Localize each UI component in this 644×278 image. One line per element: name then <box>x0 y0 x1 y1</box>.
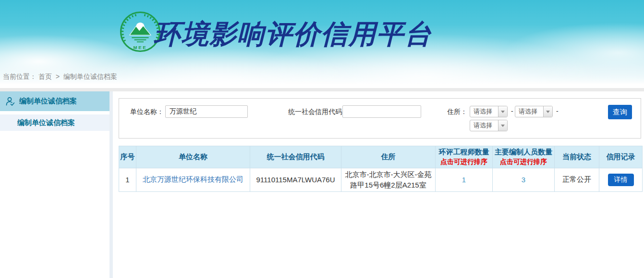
company-name-input[interactable] <box>165 105 248 118</box>
page: MEE 环境影响评价信用平台 当前位置：首页 > 编制单位诚信档案 编制单位诚信… <box>0 0 644 278</box>
sidebar-subitem-label: 编制单位诚信档案 <box>17 118 75 127</box>
detail-button[interactable]: 详情 <box>608 174 634 186</box>
credit-code-value: 91110115MA7LWUA76U <box>250 168 341 192</box>
district-select[interactable]: 请选择 <box>470 120 508 131</box>
col-company: 单位名称 <box>136 146 250 168</box>
logo-text: MEE <box>134 45 147 50</box>
credit-code-input[interactable] <box>342 105 421 118</box>
sidebar: 编制单位诚信档案 编制单位诚信档案 <box>0 91 109 131</box>
sort-hint: 点击可进行排序 <box>436 158 492 166</box>
breadcrumb: 当前位置：首页 > 编制单位诚信档案 <box>3 73 119 81</box>
col-credit-record: 信用记录 <box>599 146 643 168</box>
province-select[interactable]: 请选择 <box>470 106 508 117</box>
credit-code-label: 统一社会信用代码： <box>288 105 349 118</box>
staff-count-link[interactable]: 3 <box>522 176 525 184</box>
col-engineer-count-sort[interactable]: 环评工程师数量 点击可进行排序 <box>436 146 493 168</box>
site-header: MEE 环境影响评价信用平台 当前位置：首页 > 编制单位诚信档案 <box>0 0 644 88</box>
breadcrumb-current: 编制单位诚信档案 <box>63 73 117 80</box>
sidebar-divider <box>109 91 113 278</box>
region-separator: - <box>511 107 513 115</box>
province-select-value: 请选择 <box>470 106 498 117</box>
sidebar-item-credit-archive[interactable]: 编制单位诚信档案 <box>0 91 109 111</box>
district-select-value: 请选择 <box>470 120 498 131</box>
breadcrumb-separator: > <box>56 73 60 80</box>
chevron-down-icon[interactable] <box>498 106 507 117</box>
row-index: 1 <box>119 168 136 192</box>
sidebar-subitem-credit-archive[interactable]: 编制单位诚信档案 <box>0 114 109 131</box>
status-value: 正常公开 <box>555 168 599 192</box>
col-staff-count-label: 主要编制人员数量 <box>493 148 554 157</box>
engineer-count-link[interactable]: 1 <box>462 176 466 184</box>
company-link[interactable]: 北京万源世纪环保科技有限公司 <box>143 175 243 183</box>
table-header-row: 序号 单位名称 统一社会信用代码 住所 环评工程师数量 点击可进行排序 主要编制… <box>119 146 643 168</box>
water-lines-icon <box>132 38 148 42</box>
breadcrumb-home[interactable]: 首页 <box>38 73 52 80</box>
breadcrumb-prefix: 当前位置： <box>3 73 36 80</box>
user-check-icon <box>5 96 15 107</box>
address-label: 住所： <box>447 105 467 118</box>
city-select-value: 请选择 <box>515 106 543 117</box>
sort-hint: 点击可进行排序 <box>493 158 554 166</box>
company-name-label: 单位名称： <box>130 105 164 118</box>
page-title: 环境影响评价信用平台 <box>154 16 432 53</box>
region-separator-2: - <box>556 107 559 115</box>
sidebar-item-label: 编制单位诚信档案 <box>19 97 77 106</box>
col-credit-code: 统一社会信用代码 <box>250 146 341 168</box>
chevron-down-icon[interactable] <box>543 106 552 117</box>
city-select[interactable]: 请选择 <box>515 106 553 117</box>
col-status: 当前状态 <box>555 146 599 168</box>
results-table: 序号 单位名称 统一社会信用代码 住所 环评工程师数量 点击可进行排序 主要编制… <box>119 146 643 192</box>
col-staff-count-sort[interactable]: 主要编制人员数量 点击可进行排序 <box>493 146 555 168</box>
table-row: 1 北京万源世纪环保科技有限公司 91110115MA7LWUA76U 北京市-… <box>119 168 643 192</box>
header-divider <box>0 88 644 91</box>
col-address: 住所 <box>341 146 436 168</box>
chevron-down-icon[interactable] <box>498 120 507 131</box>
address-value: 北京市-北京市-大兴区-金苑路甲15号6幢2层A215室 <box>341 168 436 192</box>
col-engineer-count-label: 环评工程师数量 <box>436 148 492 157</box>
search-panel: 单位名称： 统一社会信用代码： 住所： 请选择 - 请选择 - 请选择 查询 <box>119 98 641 139</box>
col-index: 序号 <box>119 146 136 168</box>
query-button[interactable]: 查询 <box>608 105 632 119</box>
